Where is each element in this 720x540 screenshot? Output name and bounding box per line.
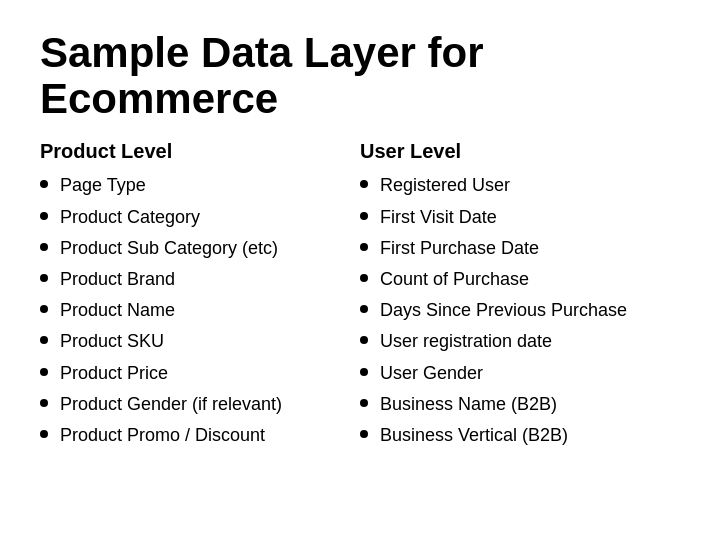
list-item-text: Product SKU (60, 329, 164, 354)
list-item-text: Product Gender (if relevant) (60, 392, 282, 417)
list-item: Business Name (B2B) (360, 392, 680, 417)
list-item-text: First Visit Date (380, 205, 497, 230)
list-item: Product Sub Category (etc) (40, 236, 360, 261)
list-item: Business Vertical (B2B) (360, 423, 680, 448)
bullet-icon (40, 368, 48, 376)
list-item: Product Category (40, 205, 360, 230)
list-item: Registered User (360, 173, 680, 198)
bullet-icon (40, 274, 48, 282)
list-item: First Purchase Date (360, 236, 680, 261)
list-item: First Visit Date (360, 205, 680, 230)
list-item: User registration date (360, 329, 680, 354)
list-item: Product Price (40, 361, 360, 386)
bullet-icon (40, 212, 48, 220)
list-item: Page Type (40, 173, 360, 198)
user-list: Registered UserFirst Visit DateFirst Pur… (360, 173, 680, 448)
list-item-text: User registration date (380, 329, 552, 354)
bullet-icon (40, 336, 48, 344)
list-item-text: Product Promo / Discount (60, 423, 265, 448)
list-item: Product Gender (if relevant) (40, 392, 360, 417)
bullet-icon (360, 399, 368, 407)
list-item: Product Brand (40, 267, 360, 292)
list-item-text: Product Category (60, 205, 200, 230)
list-item-text: Count of Purchase (380, 267, 529, 292)
product-list: Page TypeProduct CategoryProduct Sub Cat… (40, 173, 360, 448)
list-item: Product SKU (40, 329, 360, 354)
bullet-icon (360, 368, 368, 376)
bullet-icon (360, 305, 368, 313)
list-item: Product Promo / Discount (40, 423, 360, 448)
list-item-text: Product Brand (60, 267, 175, 292)
list-item: Product Name (40, 298, 360, 323)
list-item-text: First Purchase Date (380, 236, 539, 261)
list-item: Days Since Previous Purchase (360, 298, 680, 323)
bullet-icon (360, 336, 368, 344)
bullet-icon (40, 305, 48, 313)
product-column-title: Product Level (40, 140, 360, 163)
list-item-text: Days Since Previous Purchase (380, 298, 627, 323)
bullet-icon (40, 180, 48, 188)
page-container: Sample Data Layer for Ecommerce Product … (0, 0, 720, 540)
bullet-icon (360, 243, 368, 251)
bullet-icon (360, 180, 368, 188)
bullet-icon (40, 399, 48, 407)
bullet-icon (40, 243, 48, 251)
columns-layout: Product Level Page TypeProduct CategoryP… (40, 140, 680, 454)
list-item-text: Product Sub Category (etc) (60, 236, 278, 261)
list-item-text: Registered User (380, 173, 510, 198)
list-item-text: Page Type (60, 173, 146, 198)
bullet-icon (360, 430, 368, 438)
bullet-icon (360, 212, 368, 220)
product-column: Product Level Page TypeProduct CategoryP… (40, 140, 360, 454)
list-item-text: User Gender (380, 361, 483, 386)
list-item-text: Business Name (B2B) (380, 392, 557, 417)
user-column: User Level Registered UserFirst Visit Da… (360, 140, 680, 454)
user-column-title: User Level (360, 140, 680, 163)
list-item-text: Product Name (60, 298, 175, 323)
bullet-icon (360, 274, 368, 282)
list-item: Count of Purchase (360, 267, 680, 292)
list-item-text: Business Vertical (B2B) (380, 423, 568, 448)
list-item: User Gender (360, 361, 680, 386)
bullet-icon (40, 430, 48, 438)
list-item-text: Product Price (60, 361, 168, 386)
page-title: Sample Data Layer for Ecommerce (40, 30, 680, 122)
